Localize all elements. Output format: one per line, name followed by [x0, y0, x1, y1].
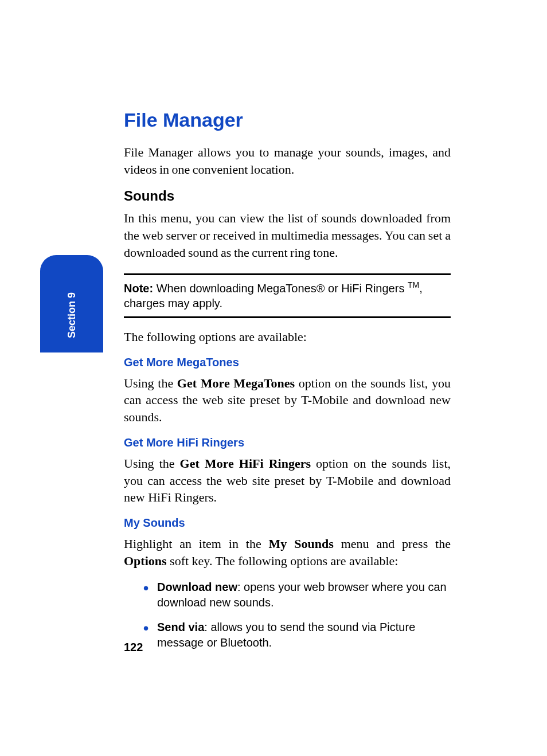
- page-content: File Manager File Manager allows you to …: [124, 109, 451, 660]
- options-list: Download new: opens your web browser whe…: [124, 579, 451, 651]
- megatones-pre: Using the: [124, 376, 177, 390]
- hifi-pre: Using the: [124, 456, 180, 471]
- hifi-heading: Get More HiFi Ringers: [124, 436, 451, 449]
- trademark-symbol: TM: [408, 280, 419, 289]
- note-text-pre: When downloading MegaTones® or HiFi Ring…: [153, 282, 408, 295]
- options-intro: The following options are available:: [124, 328, 451, 346]
- mysounds-heading: My Sounds: [124, 516, 451, 530]
- sounds-heading: Sounds: [124, 188, 451, 204]
- mysounds-bold2: Options: [124, 554, 167, 568]
- page-number: 122: [124, 641, 143, 654]
- list-item: Send via: allows you to send the sound v…: [147, 620, 451, 651]
- manual-page: Section 9 File Manager File Manager allo…: [0, 0, 547, 756]
- section-tab-label: Section 9: [66, 292, 78, 338]
- section-tab: Section 9: [40, 255, 103, 352]
- mysounds-bold1: My Sounds: [269, 536, 334, 551]
- mysounds-body: Highlight an item in the My Sounds menu …: [124, 535, 451, 569]
- mysounds-post: soft key. The following options are avai…: [167, 554, 398, 568]
- intro-paragraph: File Manager allows you to manage your s…: [124, 144, 451, 178]
- sounds-body: In this menu, you can view the list of s…: [124, 210, 451, 261]
- list-item: Download new: opens your web browser whe…: [147, 579, 451, 610]
- megatones-bold: Get More MegaTones: [177, 376, 295, 390]
- hifi-body: Using the Get More HiFi Ringers option o…: [124, 455, 451, 506]
- note-block: Note: When downloading MegaTones® or HiF…: [124, 273, 451, 318]
- hifi-bold: Get More HiFi Ringers: [180, 456, 311, 471]
- mysounds-pre1: Highlight an item in the: [124, 536, 269, 551]
- megatones-heading: Get More MegaTones: [124, 356, 451, 369]
- page-title: File Manager: [124, 109, 451, 131]
- megatones-body: Using the Get More MegaTones option on t…: [124, 375, 451, 426]
- list-item-label: Download new: [157, 581, 237, 593]
- note-label: Note:: [124, 282, 153, 295]
- mysounds-mid: menu and press the: [334, 536, 451, 551]
- list-item-label: Send via: [157, 621, 204, 633]
